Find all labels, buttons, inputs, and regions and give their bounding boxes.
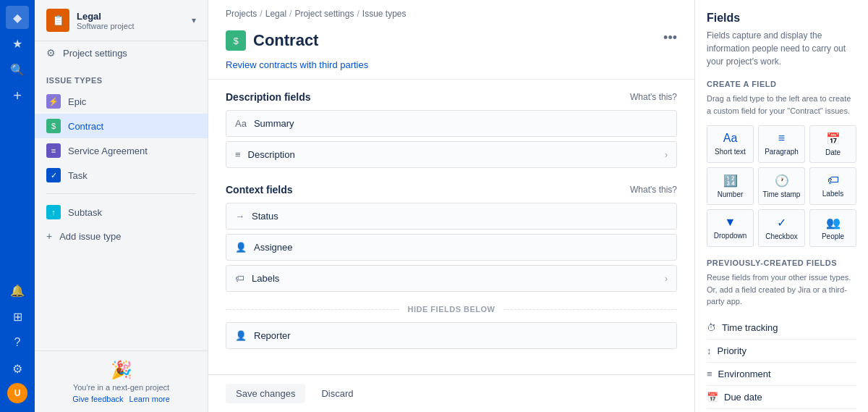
fields-area: Description fields What's this? Aa Summa… [208, 79, 694, 374]
hide-fields-line-right [503, 309, 677, 310]
learn-more-link[interactable]: Learn more [129, 395, 170, 403]
sidebar-item-service-agreement[interactable]: ≡ Service Agreement [35, 138, 208, 163]
labels-field-row[interactable]: 🏷 Labels › [226, 265, 677, 292]
field-type-dropdown[interactable]: ▼ Dropdown [707, 209, 754, 247]
sidebar: 📋 Legal Software project ▾ ⚙ Project set… [35, 0, 208, 412]
field-type-paragraph[interactable]: ≡ Paragraph [758, 125, 805, 163]
field-type-number[interactable]: 🔢 Number [707, 167, 754, 205]
description-chevron-icon: › [665, 150, 668, 160]
environment-field[interactable]: ≡ Environment [707, 363, 856, 386]
sidebar-item-project-settings[interactable]: ⚙ Project settings [35, 41, 208, 64]
priority-field[interactable]: ↕ Priority [707, 340, 856, 363]
discard-button[interactable]: Discard [311, 384, 363, 403]
previously-created-desc: Reuse fields from your other issue types… [707, 272, 856, 308]
more-options-button[interactable]: ••• [663, 30, 677, 46]
search-nav-icon[interactable]: 🔍 [6, 58, 29, 81]
context-fields-header: Context fields What's this? [226, 172, 677, 203]
people-icon: 👥 [813, 216, 853, 230]
labels-field-label: Labels [813, 190, 853, 198]
service-agreement-label: Service Agreement [68, 146, 148, 156]
assignee-label: Assignee [254, 242, 668, 253]
summary-field-row[interactable]: Aa Summary [226, 110, 677, 137]
time-tracking-field[interactable]: ⏱ Time tracking [707, 316, 856, 340]
add-issue-type-button[interactable]: + Add issue type [35, 224, 208, 248]
issue-type-icon: $ [226, 30, 246, 51]
footer-links: Give feedback Learn more [46, 395, 196, 403]
subtask-icon: ↑ [46, 205, 61, 219]
short-text-icon: Aa [710, 132, 750, 145]
contract-label: Contract [68, 121, 103, 132]
sidebar-item-task[interactable]: ✓ Task [35, 163, 208, 188]
due-date-label: Due date [724, 392, 762, 403]
sidebar-project-header[interactable]: 📋 Legal Software project ▾ [35, 0, 208, 41]
sidebar-item-subtask[interactable]: ↑ Subtask [35, 200, 208, 224]
home-nav-icon[interactable]: ◆ [6, 6, 29, 29]
checkbox-icon: ✓ [762, 216, 801, 230]
create-field-description: Drag a field type to the left area to cr… [707, 93, 856, 117]
project-type: Software project [77, 22, 184, 30]
apps-nav-icon[interactable]: ⊞ [6, 305, 29, 328]
starred-nav-icon[interactable]: ★ [6, 32, 29, 55]
time-tracking-icon: ⏱ [707, 322, 716, 333]
people-label: People [813, 232, 853, 240]
reporter-field-row[interactable]: 👤 Reporter [226, 322, 677, 349]
field-type-date[interactable]: 📅 Date [809, 125, 856, 163]
footer-emoji: 🎉 [46, 360, 196, 380]
reporter-label: Reporter [254, 330, 668, 341]
summary-icon: Aa [235, 118, 247, 129]
field-type-people[interactable]: 👥 People [809, 209, 856, 247]
sidebar-item-contract[interactable]: $ Contract [35, 114, 208, 138]
notification-nav-icon[interactable]: 🔔 [6, 279, 29, 302]
description-whats-this[interactable]: What's this? [630, 92, 677, 102]
issue-subtitle[interactable]: Review contracts with third parties [208, 59, 694, 79]
assignee-icon: 👤 [235, 242, 247, 253]
field-types-grid: Aa Short text ≡ Paragraph 📅 Date 🔢 Numbe… [707, 125, 856, 247]
description-field-row[interactable]: ≡ Description › [226, 141, 677, 168]
paragraph-label: Paragraph [762, 148, 801, 156]
sidebar-item-epic[interactable]: ⚡ Epic [35, 89, 208, 114]
issue-title: Contract [253, 31, 318, 50]
main-content: Projects / Legal / Project settings / Is… [208, 0, 694, 412]
settings-nav-icon[interactable]: ⚙ [6, 357, 29, 380]
field-type-labels[interactable]: 🏷 Labels [809, 167, 856, 205]
environment-label: Environment [718, 369, 771, 379]
help-nav-icon[interactable]: ? [6, 331, 29, 354]
dropdown-label: Dropdown [710, 232, 750, 240]
description-fields-title: Description fields [226, 91, 310, 103]
short-text-label: Short text [710, 148, 750, 156]
field-type-checkbox[interactable]: ✓ Checkbox [758, 209, 805, 247]
issue-title-row: $ Contract [226, 30, 318, 51]
number-icon: 🔢 [710, 174, 750, 188]
add-issue-type-label: Add issue type [59, 231, 121, 242]
due-date-field[interactable]: 📅 Due date [707, 386, 856, 409]
previously-created-title: PREVIOUSLY-CREATED FIELDS [707, 258, 856, 267]
issue-header: $ Contract ••• [208, 25, 694, 59]
project-settings-label: Project settings [63, 48, 127, 59]
nav-bar: ◆ ★ 🔍 + 🔔 ⊞ ? ⚙ U [0, 0, 35, 412]
feedback-link[interactable]: Give feedback [72, 395, 123, 403]
assignee-field-row[interactable]: 👤 Assignee [226, 234, 677, 261]
breadcrumb-projects[interactable]: Projects [226, 9, 257, 19]
contract-icon: $ [46, 119, 61, 133]
field-type-short-text[interactable]: Aa Short text [707, 125, 754, 163]
footer-bar: Save changes Discard [208, 374, 694, 412]
context-whats-this[interactable]: What's this? [630, 185, 677, 195]
labels-icon: 🏷 [235, 273, 244, 284]
issue-types-section-title: Issue types [35, 64, 208, 89]
right-panel-title: Fields [707, 12, 856, 25]
save-changes-button[interactable]: Save changes [226, 384, 305, 403]
breadcrumb-sep-1: / [260, 9, 262, 19]
field-type-timestamp[interactable]: 🕐 Time stamp [758, 167, 805, 205]
due-date-icon: 📅 [707, 392, 718, 403]
breadcrumb: Projects / Legal / Project settings / Is… [208, 0, 694, 25]
user-avatar[interactable]: U [7, 383, 27, 403]
labels-chevron-icon: › [665, 274, 668, 284]
breadcrumb-project-settings[interactable]: Project settings [294, 9, 354, 19]
breadcrumb-issue-types: Issue types [362, 9, 407, 19]
hide-fields-divider[interactable]: HIDE FIELDS BELOW [226, 296, 677, 322]
create-nav-icon[interactable]: + [6, 84, 29, 107]
description-fields-header: Description fields What's this? [226, 80, 677, 110]
right-panel-description: Fields capture and display the informati… [707, 29, 856, 68]
breadcrumb-legal[interactable]: Legal [265, 9, 286, 19]
status-field-row[interactable]: → Status [226, 203, 677, 230]
